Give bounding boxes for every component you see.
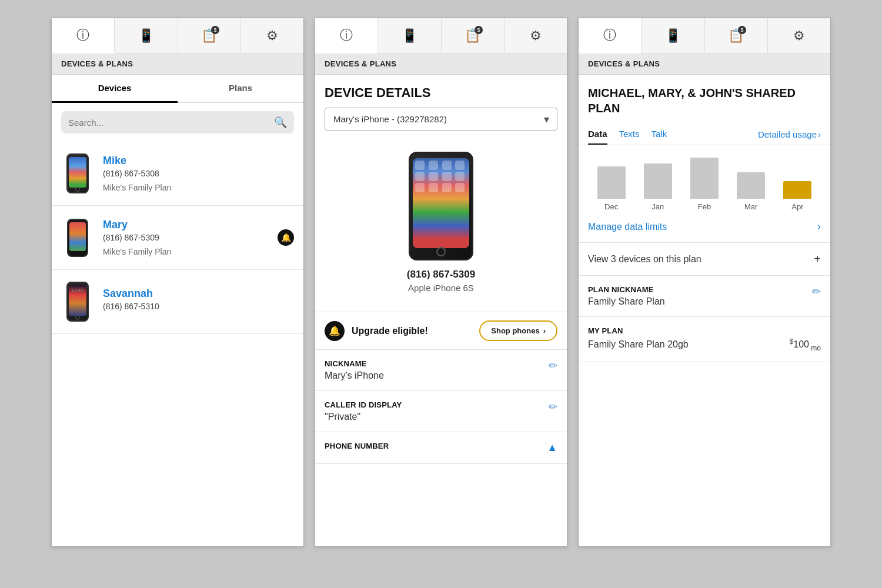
phone-number-display: (816) 867-5309	[407, 269, 475, 280]
nickname-content: NICKNAME Mary's iPhone	[325, 359, 543, 381]
phone-icon-1: 📱	[138, 28, 154, 44]
usage-tab-data[interactable]: Data	[588, 124, 607, 145]
tab-devices[interactable]: Devices	[52, 75, 178, 103]
chart-bar-mar: Mar	[737, 172, 765, 211]
bill-badge-1: $	[211, 26, 219, 34]
my-plan-details: Family Share Plan 20gb $100 mo	[588, 338, 821, 352]
screen-icon-1	[415, 161, 425, 170]
nav-bar-1: ⓘ 📱 📋 $ ⚙	[52, 18, 303, 54]
detail-row-phone-number: PHONE NUMBER ▲	[315, 432, 567, 464]
callerid-content: CALLER ID DISPLAY "Private"	[325, 400, 543, 422]
device-number-mary: (816) 867-5309	[103, 233, 294, 242]
section-header-2: DEVICES & PLANS	[315, 54, 567, 75]
phone-number-content: PHONE NUMBER	[325, 442, 541, 453]
nav-item-settings-1[interactable]: ⚙	[241, 18, 303, 53]
plan-nickname-label: PLAN NICKNAME	[588, 285, 665, 294]
my-plan-row: MY PLAN Family Share Plan 20gb $100 mo	[579, 317, 830, 362]
settings-icon-1: ⚙	[266, 28, 278, 44]
plan-nickname-row: PLAN NICKNAME Family Share Plan ✏	[579, 276, 830, 317]
phone-image-savannah: 12:45	[61, 278, 93, 325]
nav-item-phone-3[interactable]: 📱	[642, 18, 704, 53]
plan-title: MICHAEL, MARY, & JOHN'S SHARED PLAN	[579, 75, 830, 124]
plus-icon: +	[814, 252, 821, 266]
bill-icon-2: 📋 $	[465, 28, 480, 44]
detailed-usage-chevron-icon: ›	[818, 129, 821, 139]
nav-item-settings-2[interactable]: ⚙	[505, 18, 567, 53]
info-icon-1: ⓘ	[76, 26, 89, 44]
screen-icon-5	[415, 172, 425, 181]
settings-icon-2: ⚙	[530, 28, 542, 44]
view-devices-row[interactable]: View 3 devices on this plan +	[579, 243, 830, 276]
info-icon-2: ⓘ	[340, 26, 353, 44]
large-phone-screen	[413, 158, 469, 248]
tab-plans[interactable]: Plans	[178, 75, 303, 103]
device-info-mike: Mike (816) 867-5308 Mike's Family Plan	[103, 155, 294, 192]
phone-model-display: Apple iPhone 6S	[408, 283, 474, 293]
chart-bar-dec: Dec	[597, 166, 626, 211]
screen-icon-12	[455, 183, 465, 192]
info-icon-3: ⓘ	[603, 26, 616, 44]
manage-data-label: Manage data limits	[588, 222, 667, 232]
screen-icon-9	[415, 183, 425, 192]
device-item-mike[interactable]: Mike (816) 867-5308 Mike's Family Plan	[52, 142, 303, 206]
edit-nickname-icon[interactable]: ✏	[549, 359, 557, 372]
usage-tab-talk[interactable]: Talk	[652, 124, 667, 145]
edit-phone-number-icon[interactable]: ▲	[547, 442, 557, 454]
section-header-3: DEVICES & PLANS	[579, 54, 830, 75]
bar-feb	[690, 158, 719, 199]
detailed-usage-link[interactable]: Detailed usage ›	[758, 124, 821, 145]
nav-item-phone-2[interactable]: 📱	[378, 18, 441, 53]
device-name-mary: Mary	[103, 219, 294, 231]
shop-phones-label: Shop phones	[491, 326, 539, 335]
usage-tab-texts[interactable]: Texts	[619, 124, 640, 145]
nav-item-bill-3[interactable]: 📋 $	[705, 18, 768, 53]
nav-item-bill-1[interactable]: 📋 $	[178, 18, 241, 53]
device-details-content: DEVICE DETAILS Mary's iPhone - (32927828…	[315, 75, 567, 546]
phone-icon-2: 📱	[402, 28, 417, 44]
nav-item-info-2[interactable]: ⓘ	[315, 18, 378, 54]
panel-3: ⓘ 📱 📋 $ ⚙ DEVICES & PLANS MICHAEL, MARY,…	[578, 18, 831, 547]
search-bar[interactable]: 🔍	[61, 111, 294, 133]
edit-callerid-icon[interactable]: ✏	[549, 400, 557, 413]
manage-data-row[interactable]: Manage data limits ›	[579, 211, 830, 243]
edit-plan-nickname-icon[interactable]: ✏	[812, 285, 821, 298]
device-selector-wrapper[interactable]: Mary's iPhone - (329278282) ▾	[325, 108, 557, 131]
outer-wrapper: ⓘ 📱 📋 $ ⚙ DEVICES & PLANS Devices Plans	[0, 0, 882, 588]
my-plan-name: Family Share Plan 20gb	[588, 339, 689, 350]
nav-item-settings-3[interactable]: ⚙	[768, 18, 830, 53]
screen-icons-grid	[413, 158, 469, 195]
device-item-savannah[interactable]: 12:45 Savannah (816) 867-5310	[52, 270, 303, 334]
device-select[interactable]: Mary's iPhone - (329278282)	[325, 108, 557, 131]
screen-icon-8	[455, 172, 465, 181]
phone-display-area: (816) 867-5309 Apple iPhone 6S	[315, 140, 567, 312]
section-header-1: DEVICES & PLANS	[52, 54, 303, 75]
bar-label-jan: Jan	[652, 202, 664, 211]
settings-icon-3: ⚙	[793, 28, 805, 44]
my-plan-label: MY PLAN	[588, 326, 821, 335]
view-devices-text: View 3 devices on this plan	[588, 254, 701, 265]
bill-icon-1: 📋 $	[201, 28, 217, 44]
plan-nickname-content: PLAN NICKNAME Family Share Plan	[588, 285, 665, 307]
bar-dec	[597, 166, 626, 199]
detailed-usage-label: Detailed usage	[758, 129, 817, 139]
plan-nickname-value: Family Share Plan	[588, 296, 665, 307]
panel-2: ⓘ 📱 📋 $ ⚙ DEVICES & PLANS DEVICE DETAILS	[315, 18, 567, 547]
phone-number-label: PHONE NUMBER	[325, 442, 541, 450]
bill-badge-3: $	[738, 26, 746, 34]
screen-icon-2	[429, 161, 438, 170]
nav-item-bill-2[interactable]: 📋 $	[442, 18, 505, 53]
shop-phones-button[interactable]: Shop phones ›	[479, 320, 557, 341]
device-number-mike: (816) 867-5308	[103, 169, 294, 178]
nav-item-info-1[interactable]: ⓘ	[52, 18, 115, 54]
nav-item-info-3[interactable]: ⓘ	[579, 18, 642, 54]
device-info-savannah: Savannah (816) 867-5310	[103, 288, 294, 316]
bar-mar	[737, 172, 765, 199]
chart-bar-jan: Jan	[644, 163, 672, 211]
device-item-mary[interactable]: Mary (816) 867-5309 Mike's Family Plan 🔔	[52, 206, 303, 270]
search-input[interactable]	[68, 118, 274, 128]
nav-item-phone-1[interactable]: 📱	[115, 18, 178, 53]
tab-bar-1: Devices Plans	[52, 75, 303, 103]
phone-image-mike	[61, 150, 93, 197]
bar-apr	[783, 181, 811, 199]
bar-label-apr: Apr	[791, 202, 803, 211]
